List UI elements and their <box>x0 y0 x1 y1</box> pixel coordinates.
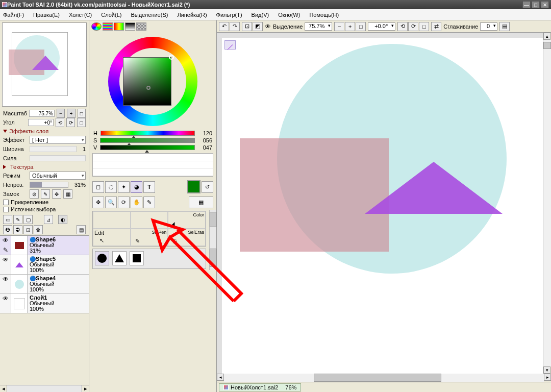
clear-layer-button[interactable]: ⊡ <box>23 225 33 234</box>
merge-visible-button[interactable]: ⮊ <box>13 225 22 234</box>
layer-item-shape6[interactable]: 👁✎ 🔵Shape6Обычный31% <box>0 236 89 255</box>
menu-window[interactable]: Окно(W) <box>278 12 300 18</box>
magic-wand-tool[interactable]: ✦ <box>118 181 130 193</box>
zoom-tool[interactable]: 🔍 <box>105 197 117 208</box>
lock-pixels-button[interactable]: ✎ <box>41 189 50 199</box>
smoothing-settings-button[interactable]: ▤ <box>499 22 510 31</box>
visibility-icon[interactable]: 👁 <box>0 255 11 265</box>
shapes-scrollbar[interactable] <box>209 248 216 270</box>
presets-scrollbar[interactable] <box>209 210 216 248</box>
blend-mode-dropdown[interactable]: Обычный <box>30 172 86 180</box>
navigator-preview[interactable] <box>2 22 87 107</box>
pin-checkbox[interactable] <box>3 200 9 205</box>
rotate-ccw-button[interactable]: ⟲ <box>56 118 64 127</box>
rgb-slider-mode-button[interactable] <box>103 22 113 31</box>
zoom-out-button[interactable]: − <box>57 109 65 118</box>
selection-source-checkbox[interactable] <box>3 207 9 212</box>
zoom-in-button[interactable]: + <box>67 109 75 118</box>
menu-file[interactable]: Файл(F) <box>3 12 24 18</box>
rotate-cw-canvas-button[interactable]: ⟳ <box>408 22 418 31</box>
zoom-in-canvas-button[interactable]: + <box>345 22 355 31</box>
canvas-angle-dropdown[interactable]: +0.0° <box>368 22 395 31</box>
scroll-up-button[interactable]: ▴ <box>543 33 550 40</box>
preset-selpen[interactable]: SelPen✎ <box>131 229 168 246</box>
angle-input[interactable] <box>28 119 54 126</box>
tool-presets-grid[interactable]: Color◢ Edit↖ SelPen✎ SelEras◌ <box>92 211 206 247</box>
canvas-zoom-dropdown[interactable]: 75.7% <box>305 22 332 31</box>
eyedropper-tool[interactable]: ✎ <box>143 197 155 208</box>
rotate-cw-button[interactable]: ⟳ <box>66 118 75 127</box>
scroll-down-button[interactable]: ▾ <box>543 366 550 374</box>
smoothing-dropdown[interactable]: 0 <box>480 22 497 31</box>
canvas[interactable] <box>222 38 543 374</box>
shape-triangle-preset[interactable] <box>112 251 127 265</box>
lasso-tool[interactable]: ◌ <box>105 181 117 193</box>
shape-tool[interactable]: ◕ <box>131 181 142 193</box>
scroll-left-button[interactable]: ◂ <box>217 374 224 381</box>
texture-header[interactable]: Текстура <box>0 163 89 171</box>
menu-ruler[interactable]: Линейка(R) <box>177 12 207 18</box>
visibility-icon[interactable]: 👁 <box>0 236 11 246</box>
color-square[interactable] <box>123 57 171 106</box>
undo-button[interactable]: ↶ <box>219 22 229 31</box>
layer-item-shape5[interactable]: 👁 🔵Shape5Обычный100% <box>0 255 89 275</box>
scroll-left-button[interactable]: ◂ <box>0 385 7 392</box>
color-wheel[interactable] <box>89 33 216 130</box>
text-tool[interactable]: T <box>143 181 155 193</box>
scroll-right-button[interactable]: ▸ <box>82 385 89 392</box>
scratchpad[interactable] <box>92 153 213 177</box>
menu-selection[interactable]: Выделение(S) <box>131 12 168 18</box>
new-layer-button[interactable]: ▭ <box>3 215 12 224</box>
preset-seleras[interactable]: SelEras◌ <box>168 229 206 246</box>
canvas-horizontal-scrollbar[interactable]: ◂ ▸ <box>217 374 551 382</box>
canvas-vertical-scrollbar[interactable]: ▴ ▾ <box>543 33 551 374</box>
scroll-right-button[interactable]: ▸ <box>544 374 551 381</box>
scale-input[interactable] <box>29 110 55 117</box>
new-linework-button[interactable]: ✎ <box>13 215 22 224</box>
menu-edit[interactable]: Правка(E) <box>33 12 60 18</box>
menu-filter[interactable]: Фильтр(T) <box>216 12 242 18</box>
opacity-slider[interactable] <box>30 182 68 188</box>
palette-grid-mode-button[interactable] <box>136 22 146 31</box>
rect-select-tool[interactable]: ◻ <box>92 181 104 193</box>
swap-colors-button[interactable]: ↺ <box>202 181 213 193</box>
minimize-button[interactable]: ― <box>522 1 531 8</box>
visibility-icon[interactable]: 👁 <box>0 294 11 304</box>
menu-help[interactable]: Помощь(H) <box>309 12 339 18</box>
color-wheel-mode-button[interactable] <box>91 22 102 31</box>
invert-selection-button[interactable]: ◩ <box>253 22 263 31</box>
effect-dropdown[interactable]: [ Нет ] <box>30 136 86 144</box>
shape-square-preset[interactable] <box>130 251 144 265</box>
layer-item-sloi1[interactable]: 👁 Слой1Обычный100% <box>0 294 89 313</box>
line-tool-icon[interactable] <box>224 40 236 50</box>
menu-canvas[interactable]: Холст(C) <box>69 12 92 18</box>
shape-circle-preset[interactable] <box>95 251 109 265</box>
left-scrollbar-track[interactable] <box>7 385 82 392</box>
mask-button[interactable]: ◐ <box>58 215 67 224</box>
hsv-slider-mode-button[interactable] <box>114 22 124 31</box>
val-slider[interactable] <box>100 145 195 150</box>
menu-layer[interactable]: Слой(L) <box>101 12 121 18</box>
rotate-ccw-canvas-button[interactable]: ⟲ <box>397 22 408 31</box>
move-tool[interactable]: ✥ <box>92 197 104 208</box>
delete-layer-button[interactable]: 🗑 <box>34 225 43 234</box>
show-selection-icon[interactable]: 👁 <box>265 23 271 30</box>
foreground-color-swatch[interactable] <box>187 180 201 193</box>
hand-tool[interactable]: ✋ <box>131 197 142 208</box>
preset-blank[interactable] <box>93 211 131 229</box>
menu-view[interactable]: Вид(V) <box>252 12 269 18</box>
lock-move-button[interactable]: ✥ <box>52 189 61 199</box>
lock-all-button[interactable]: ▦ <box>63 189 72 199</box>
zoom-reset-button[interactable]: □ <box>78 109 86 118</box>
close-button[interactable]: ✕ <box>541 1 549 8</box>
rotate-reset-button[interactable]: □ <box>77 118 86 127</box>
rotate-reset-canvas-button[interactable]: □ <box>419 22 429 31</box>
transform-button[interactable]: ⊿ <box>44 215 53 224</box>
lock-none-button[interactable]: ⊘ <box>30 189 39 199</box>
preset-color[interactable]: Color◢ <box>168 211 206 229</box>
rotate-view-tool[interactable]: ⟳ <box>118 197 130 208</box>
deselect-button[interactable]: ⊡ <box>242 22 252 31</box>
layer-options-button[interactable]: ▤ <box>77 225 86 234</box>
zoom-fit-button[interactable]: □ <box>356 22 366 31</box>
preset-blank[interactable] <box>131 211 168 229</box>
